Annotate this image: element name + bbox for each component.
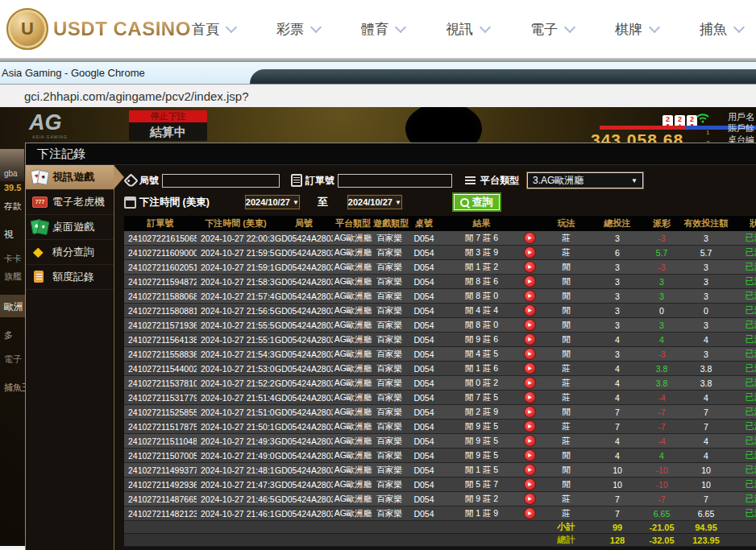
filter-row-2: 下注時間 (美東) 2024/10/27 ▼ 至 2024/10/27 ▼ 查詢 <box>124 193 756 211</box>
table-cell: 241027211511048 <box>124 434 197 449</box>
chrome-urlbar[interactable]: gci.2hhapi.com/agingame/pcv2/index.jsp? <box>0 85 756 108</box>
calendar-icon <box>124 196 136 209</box>
table-row: 2410272114993772024-10-27 21:48:16GD0542… <box>124 463 756 478</box>
replay-cell <box>521 492 539 507</box>
table-cell: 5.7 <box>642 246 682 260</box>
order-input[interactable] <box>338 174 452 188</box>
table-cell: AG歐洲廳 <box>333 231 373 246</box>
table-cell: 3 <box>682 260 730 275</box>
table-cell: D054 <box>405 275 442 289</box>
nav-item[interactable]: 彩票 <box>276 20 320 39</box>
table-cell: 3 <box>682 347 730 362</box>
table-cell: D054 <box>405 362 442 376</box>
table-row: 2410272115110482024-10-27 21:49:34GD0542… <box>124 434 756 449</box>
table-cell: 莊 <box>539 246 593 260</box>
replay-button[interactable] <box>525 363 535 374</box>
table-cell: 已派彩 <box>730 289 756 304</box>
replay-button[interactable] <box>525 320 535 330</box>
table-cell: 2024-10-27 21:59:57 <box>197 246 275 260</box>
table-cell: 已派彩 <box>730 362 756 376</box>
nav-item[interactable]: 電子 <box>530 20 574 39</box>
table-cell: 4 <box>682 391 730 405</box>
table-cell: D054 <box>405 463 442 478</box>
table-cell: 4 <box>593 449 642 463</box>
replay-button[interactable] <box>525 436 535 446</box>
table-row: 2410272115258552024-10-27 21:51:08GD0542… <box>124 405 756 420</box>
platform-select[interactable]: 3.AG歐洲廳 ▼ <box>527 172 643 188</box>
nav-item[interactable]: 體育 <box>361 20 405 39</box>
total-row: 總計128-32.05123.95 <box>124 534 756 547</box>
table-cell: 閒 1 莊 2 <box>442 260 521 275</box>
table-cell: 2024-10-27 21:48:16 <box>197 463 275 478</box>
table-cell: -7 <box>642 420 682 434</box>
search-button[interactable]: 查詢 <box>454 194 500 210</box>
replay-button[interactable] <box>525 291 535 301</box>
replay-button[interactable] <box>525 479 535 490</box>
table-cell: -7 <box>642 492 682 507</box>
date-to-select[interactable]: 2024/10/27 ▼ <box>347 195 402 209</box>
replay-button[interactable] <box>525 407 535 417</box>
replay-cell <box>521 347 539 362</box>
chrome-titlebar[interactable]: Asia Gaming - Google Chrome <box>0 62 756 85</box>
table-cell: 3 <box>593 260 642 275</box>
round-label: 局號 <box>139 174 159 188</box>
replay-button[interactable] <box>525 334 535 345</box>
table-cell: 閒 9 莊 5 <box>442 449 521 463</box>
date-from-select[interactable]: 2024/10/27 ▼ <box>245 195 300 209</box>
chevron-down-icon <box>395 21 406 32</box>
nav-item[interactable]: 捕魚 <box>700 20 743 39</box>
table-cell: 已派彩 <box>730 434 756 449</box>
platform-select-value: 3.AG歐洲廳 <box>533 174 584 188</box>
table-cell: 閒 <box>539 304 593 318</box>
table-cell: 百家樂 <box>373 492 405 507</box>
table-cell: 閒 <box>539 318 593 333</box>
bg-menu-label: 電子 <box>4 354 22 366</box>
table-cell: 3 <box>682 318 730 333</box>
replay-button[interactable] <box>525 392 535 403</box>
table-cell: 4 <box>682 434 730 449</box>
table-cell: 莊 <box>539 434 593 449</box>
column-header: 結果 <box>442 216 521 231</box>
table-cell: 閒 8 莊 6 <box>442 275 521 289</box>
platform-label: 平台類型 <box>480 174 519 188</box>
table-cell: 4 <box>682 449 730 463</box>
table-cell: 2024-10-27 21:54:35 <box>197 347 275 362</box>
table-cell: AG歐洲廳 <box>333 376 373 391</box>
replay-button[interactable] <box>525 276 535 287</box>
replay-button[interactable] <box>525 494 535 504</box>
filter-row-1: 局號 訂單號 平台類型 3.AG歐洲廳 ▼ <box>124 172 756 189</box>
bg-menu-label: 39.5 <box>4 183 21 192</box>
replay-button[interactable] <box>525 262 535 272</box>
sidebar-item-cards[interactable]: 視訊遊戲 <box>26 165 114 190</box>
table-cell: D054 <box>405 449 442 463</box>
replay-cell <box>521 275 539 289</box>
clipboard-icon <box>291 174 302 187</box>
sidebar-item-table-games[interactable]: 桌面遊戲 <box>26 215 114 240</box>
replay-button[interactable] <box>525 247 535 258</box>
modal-titlebar[interactable]: 下注記錄 <box>26 143 756 165</box>
table-cell: 已派彩 <box>730 449 756 463</box>
nav-item[interactable]: 棋牌 <box>615 20 658 39</box>
table-row: 2410272115378102024-10-27 21:52:22GD0542… <box>124 376 756 391</box>
nav-item[interactable]: 首頁 <box>192 20 235 39</box>
sidebar-item-slot[interactable]: 電子老虎機 <box>26 190 114 215</box>
replay-button[interactable] <box>525 450 535 461</box>
table-cell: 241027211517875 <box>124 420 197 434</box>
nav-item[interactable]: 視訊 <box>446 20 489 39</box>
replay-cell <box>521 391 539 405</box>
replay-button[interactable] <box>525 421 535 432</box>
replay-button[interactable] <box>525 465 535 475</box>
table-row: 2410272115178752024-10-27 21:50:18GD0542… <box>124 420 756 434</box>
sidebar-item-points[interactable]: 積分查詢 <box>26 240 114 265</box>
round-input[interactable] <box>162 174 280 188</box>
replay-button[interactable] <box>525 349 535 359</box>
replay-button[interactable] <box>525 378 535 388</box>
table-cell: -3 <box>642 347 682 362</box>
stop-bet-banner: 停止下注 <box>129 110 207 122</box>
table-cell: D054 <box>405 318 442 333</box>
table-cell: 10 <box>593 478 642 492</box>
replay-button[interactable] <box>525 508 535 519</box>
sidebar-item-records[interactable]: 額度記錄 <box>26 265 114 290</box>
replay-button[interactable] <box>525 305 535 316</box>
replay-button[interactable] <box>525 233 535 243</box>
